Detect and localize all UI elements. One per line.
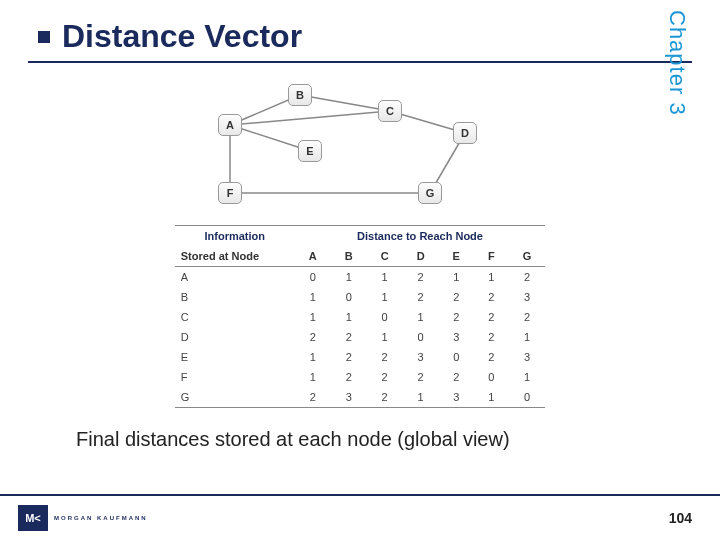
table-cell: 3	[439, 327, 474, 347]
title-bullet-icon	[38, 31, 50, 43]
table-cell: 1	[295, 287, 331, 307]
table-cell: 3	[509, 347, 546, 367]
table-cell: 2	[367, 367, 403, 387]
logo-text: MORGAN KAUFMANN	[54, 515, 148, 521]
table-cell: 1	[367, 287, 403, 307]
table-cell: 2	[403, 367, 439, 387]
table-row-label: C	[175, 307, 295, 327]
table-header-info-1: Information	[175, 226, 295, 247]
table-cell: 2	[331, 347, 367, 367]
table-row-label: E	[175, 347, 295, 367]
table-cell: 3	[509, 287, 546, 307]
distance-table: Information Distance to Reach Node Store…	[175, 225, 545, 408]
table-row: G2321310	[175, 387, 545, 408]
table-cell: 2	[367, 387, 403, 408]
table-col: B	[331, 246, 367, 267]
table-cell: 2	[295, 327, 331, 347]
table-col: C	[367, 246, 403, 267]
table-cell: 1	[509, 367, 546, 387]
table-row-label: B	[175, 287, 295, 307]
graph-node: F	[218, 182, 242, 204]
title-underline	[28, 61, 692, 63]
table-cell: 0	[509, 387, 546, 408]
table-col: D	[403, 246, 439, 267]
table-cell: 0	[331, 287, 367, 307]
table-cell: 1	[367, 327, 403, 347]
table-cell: 1	[331, 267, 367, 288]
table-row-label: A	[175, 267, 295, 288]
table-cell: 3	[331, 387, 367, 408]
slide: Chapter 3 Distance Vector A B C D E F G	[0, 0, 720, 540]
page-number: 104	[669, 510, 692, 526]
table-header-info-2: Stored at Node	[175, 246, 295, 267]
table-cell: 1	[295, 307, 331, 327]
table-cell: 2	[509, 267, 546, 288]
table-cell: 2	[295, 387, 331, 408]
table-cell: 2	[439, 287, 474, 307]
table-cell: 1	[295, 347, 331, 367]
table-cell: 2	[474, 307, 509, 327]
table-col: A	[295, 246, 331, 267]
svg-line-1	[230, 111, 390, 125]
table-cell: 1	[295, 367, 331, 387]
graph-node: C	[378, 100, 402, 122]
table-cell: 1	[474, 387, 509, 408]
table-row-label: F	[175, 367, 295, 387]
content-area: A B C D E F G Information Distance to Re…	[28, 81, 692, 451]
table-cell: 2	[403, 287, 439, 307]
table-cell: 0	[403, 327, 439, 347]
table-cell: 1	[403, 307, 439, 327]
table-cell: 1	[509, 327, 546, 347]
footer: M< MORGAN KAUFMANN 104	[0, 494, 720, 540]
table-cell: 2	[331, 327, 367, 347]
table-row: A0112112	[175, 267, 545, 288]
table-cell: 2	[331, 367, 367, 387]
table-row: E1223023	[175, 347, 545, 367]
table-cell: 1	[367, 267, 403, 288]
table-row: C1101222	[175, 307, 545, 327]
table-cell: 2	[403, 267, 439, 288]
table-cell: 1	[474, 267, 509, 288]
figure-caption: Final distances stored at each node (glo…	[76, 428, 510, 451]
table-cell: 2	[367, 347, 403, 367]
table-cell: 3	[403, 347, 439, 367]
table-cell: 2	[474, 327, 509, 347]
graph-node: G	[418, 182, 442, 204]
network-graph: A B C D E F G	[180, 81, 540, 211]
table-cell: 1	[331, 307, 367, 327]
table-row: F1222201	[175, 367, 545, 387]
logo-mark-icon: M<	[18, 505, 48, 531]
table-cell: 3	[439, 387, 474, 408]
table-row: D2210321	[175, 327, 545, 347]
table-cell: 0	[439, 347, 474, 367]
table-col: G	[509, 246, 546, 267]
page-title: Distance Vector	[62, 18, 302, 55]
table-row: B1012223	[175, 287, 545, 307]
graph-node: B	[288, 84, 312, 106]
table-cell: 1	[439, 267, 474, 288]
table-cell: 2	[439, 367, 474, 387]
graph-node: E	[298, 140, 322, 162]
table-header-span: Distance to Reach Node	[295, 226, 545, 247]
table-cell: 0	[474, 367, 509, 387]
publisher-logo: M< MORGAN KAUFMANN	[18, 505, 148, 531]
table-row-label: D	[175, 327, 295, 347]
table-col: F	[474, 246, 509, 267]
table-cell: 2	[474, 347, 509, 367]
table-row-label: G	[175, 387, 295, 408]
graph-node: D	[453, 122, 477, 144]
title-row: Distance Vector	[38, 18, 692, 55]
svg-line-4	[300, 95, 390, 111]
table-header-row: Stored at Node A B C D E F G	[175, 246, 545, 267]
table-cell: 0	[295, 267, 331, 288]
graph-node: A	[218, 114, 242, 136]
table-cell: 2	[509, 307, 546, 327]
table-cell: 1	[403, 387, 439, 408]
table-cell: 2	[439, 307, 474, 327]
table-cell: 2	[474, 287, 509, 307]
table-cell: 0	[367, 307, 403, 327]
table-col: E	[439, 246, 474, 267]
chapter-label: Chapter 3	[664, 10, 690, 116]
